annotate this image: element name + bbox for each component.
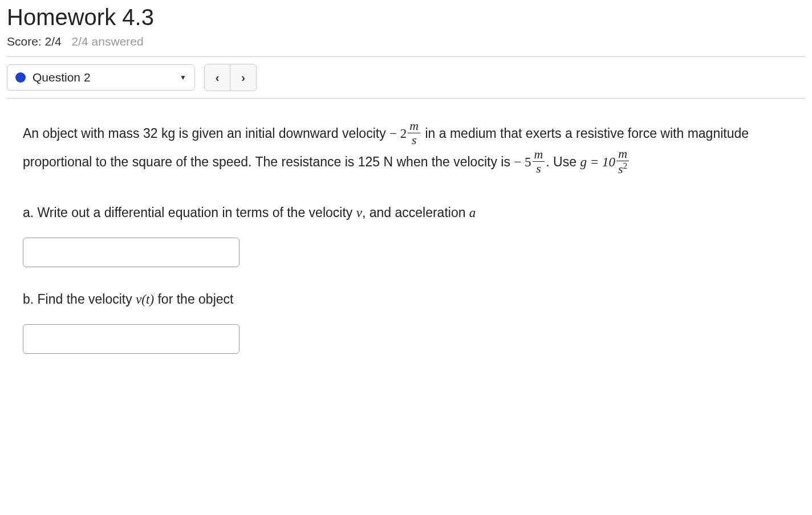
part-a-answer-input[interactable] — [23, 238, 239, 267]
page-title: Homework 4.3 — [7, 5, 805, 30]
var-vt: v(t) — [136, 292, 154, 306]
answered-count: 2/4 answered — [72, 35, 144, 48]
frac1-num: m — [408, 119, 420, 133]
frac3-den: s2 — [616, 161, 629, 176]
frac1-den: s — [408, 133, 420, 147]
frac-m-s2: ms2 — [616, 147, 629, 176]
status-dot-icon — [15, 72, 26, 83]
frac2-num: m — [533, 148, 545, 162]
question-nav-row: Question 2 ▼ ‹ › — [7, 57, 805, 98]
problem-text-1: An object with mass 32 kg is given an in… — [23, 126, 389, 141]
question-selector-label: Question 2 — [33, 71, 91, 84]
frac-m-s-2: ms — [533, 148, 545, 175]
question-body: An object with mass 32 kg is given an in… — [7, 99, 805, 387]
ref-velocity-coef: − 5 — [514, 155, 531, 169]
problem-text-3: . Use — [546, 154, 580, 169]
score-value: Score: 2/4 — [7, 35, 62, 48]
frac3-den-exp: 2 — [623, 161, 627, 170]
question-selector[interactable]: Question 2 ▼ — [7, 64, 195, 91]
nav-button-group: ‹ › — [204, 64, 257, 91]
part-b-answer-input[interactable] — [23, 324, 239, 354]
part-b-text-1: b. Find the velocity — [23, 292, 136, 306]
initial-velocity-coef: − 2 — [389, 126, 407, 141]
part-a-text-2: , and acceleration — [362, 205, 469, 220]
g-equation: g = 10 — [580, 155, 615, 169]
score-line: Score: 2/4 2/4 answered — [7, 35, 805, 48]
part-b-prompt: b. Find the velocity v(t) for the object — [23, 289, 789, 310]
var-v: v — [356, 206, 362, 220]
frac3-num: m — [616, 147, 629, 161]
frac-m-s-1: ms — [408, 119, 420, 147]
part-b-text-2: for the object — [154, 292, 233, 306]
frac2-den: s — [533, 162, 545, 175]
chevron-down-icon: ▼ — [180, 73, 186, 81]
prev-question-button[interactable]: ‹ — [204, 64, 230, 91]
problem-statement: An object with mass 32 kg is given an in… — [23, 120, 789, 177]
part-a-prompt: a. Write out a differential equation in … — [23, 202, 789, 224]
next-question-button[interactable]: › — [230, 64, 257, 91]
var-a: a — [469, 206, 476, 220]
part-a-text-1: a. Write out a differential equation in … — [23, 205, 356, 220]
